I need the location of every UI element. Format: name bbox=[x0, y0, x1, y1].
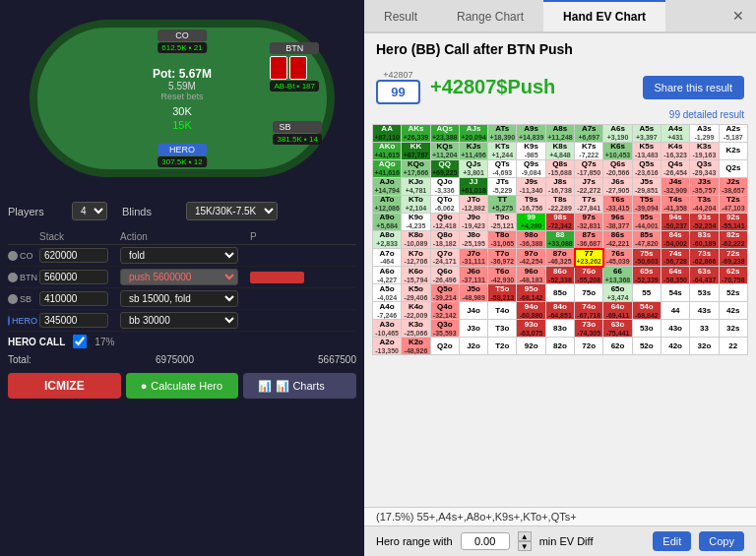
hand-cell[interactable]: 76o-55,208 bbox=[575, 267, 603, 284]
hand-cell[interactable]: 65o+3,474 bbox=[603, 284, 632, 302]
copy-button[interactable]: Copy bbox=[699, 531, 744, 551]
hand-cell[interactable]: 22 bbox=[719, 338, 747, 355]
icmize-button[interactable]: ICMIZE bbox=[8, 373, 121, 399]
hand-cell[interactable]: 62s-70,758 bbox=[719, 267, 747, 284]
hand-cell[interactable]: K9s-985 bbox=[517, 143, 545, 160]
hand-cell[interactable]: JTs-5,229 bbox=[488, 178, 517, 196]
hand-cell[interactable]: AQs+23,388 bbox=[430, 125, 459, 143]
hand-cell[interactable]: Q2s bbox=[719, 160, 747, 178]
hand-cell[interactable]: 74s-56,728 bbox=[661, 249, 689, 267]
hand-cell[interactable]: A4s+431 bbox=[661, 125, 689, 143]
hand-cell[interactable]: A9o+5,684 bbox=[373, 214, 402, 231]
hand-cell[interactable]: K3s-19,163 bbox=[690, 143, 719, 160]
hand-cell[interactable]: T8s-22,289 bbox=[545, 196, 574, 214]
hand-cell[interactable]: QJo-3,336 bbox=[430, 178, 459, 196]
hand-cell[interactable]: Q5s-23,616 bbox=[632, 160, 661, 178]
hand-cell[interactable]: 63s-64,437 bbox=[690, 267, 719, 284]
hand-cell[interactable]: 88+33,088 bbox=[545, 231, 574, 249]
hand-cell[interactable]: K3o-25,066 bbox=[402, 320, 430, 338]
hand-cell[interactable]: 63o-75,441 bbox=[603, 320, 632, 338]
hand-cell[interactable]: 96s-38,377 bbox=[603, 214, 632, 231]
hand-cell[interactable]: T7o-36,972 bbox=[488, 249, 517, 267]
hand-cell[interactable]: K8s+4,848 bbox=[545, 143, 574, 160]
hand-cell[interactable]: K5s-13,483 bbox=[632, 143, 661, 160]
hand-cell[interactable]: AJs+20,094 bbox=[459, 125, 487, 143]
hand-cell[interactable]: QJs+3,801 bbox=[459, 160, 487, 178]
hand-cell[interactable]: J8o-25,195 bbox=[459, 231, 487, 249]
hand-cell[interactable]: 75o bbox=[575, 284, 603, 302]
hand-cell[interactable]: T4s-41,358 bbox=[661, 196, 689, 214]
hand-cell[interactable]: 94o-60,880 bbox=[517, 302, 545, 320]
hand-cell[interactable]: 33 bbox=[690, 320, 719, 338]
hand-cell[interactable]: A9s+14,839 bbox=[517, 125, 545, 143]
hand-cell[interactable]: J7o-31,111 bbox=[459, 249, 487, 267]
hand-cell[interactable]: 92o bbox=[517, 338, 545, 355]
hand-cell[interactable]: 32o bbox=[690, 338, 719, 355]
hand-cell[interactable]: 53o bbox=[632, 320, 661, 338]
hand-cell[interactable]: Q5o-39,214 bbox=[430, 284, 459, 302]
hand-cell[interactable]: Q6o-26,496 bbox=[430, 267, 459, 284]
hand-cell[interactable]: Q8o-18,182 bbox=[430, 231, 459, 249]
sb-action-select[interactable]: sb 15000, fold bbox=[120, 290, 238, 307]
hand-cell[interactable]: T8o-31,065 bbox=[488, 231, 517, 249]
btn-stack-input[interactable] bbox=[39, 270, 108, 284]
hand-cell[interactable]: Q4o-32,142 bbox=[430, 302, 459, 320]
hand-cell[interactable]: 72o bbox=[575, 338, 603, 355]
hand-cell[interactable]: A7o-464 bbox=[373, 249, 402, 267]
hand-cell[interactable]: T5o-58,213 bbox=[488, 284, 517, 302]
hand-cell[interactable]: J2s-38,657 bbox=[719, 178, 747, 196]
hand-cell[interactable]: 85s-47,820 bbox=[632, 231, 661, 249]
hand-cell[interactable]: A3s-1,299 bbox=[690, 125, 719, 143]
hand-cell[interactable]: 42o bbox=[661, 338, 689, 355]
hand-cell[interactable]: T9s-16,756 bbox=[517, 196, 545, 214]
hand-cell[interactable]: Q7s-17,850 bbox=[575, 160, 603, 178]
hand-cell[interactable]: KJs+11,496 bbox=[459, 143, 487, 160]
hand-cell[interactable]: Q9s-9,084 bbox=[517, 160, 545, 178]
hand-cell[interactable]: K7o-12,706 bbox=[402, 249, 430, 267]
hand-cell[interactable]: 97o-42,254 bbox=[517, 249, 545, 267]
hand-cell[interactable]: 43o bbox=[661, 320, 689, 338]
hand-cell[interactable]: 95o-68,142 bbox=[517, 284, 545, 302]
hand-cell[interactable]: KQo+17,666 bbox=[402, 160, 430, 178]
hand-cell[interactable]: K4s-16,323 bbox=[661, 143, 689, 160]
hand-cell[interactable]: J4o bbox=[459, 302, 487, 320]
tab-close-button[interactable]: ✕ bbox=[721, 0, 756, 31]
hand-cell[interactable]: AA+87,110 bbox=[373, 125, 402, 143]
hand-cell[interactable]: T5s-39,094 bbox=[632, 196, 661, 214]
hand-cell[interactable]: J3s-35,757 bbox=[690, 178, 719, 196]
hand-cell[interactable]: J7s-22,272 bbox=[575, 178, 603, 196]
hand-cell[interactable]: 77+23,262 bbox=[575, 249, 603, 267]
hand-cell[interactable]: K2o-48,926 bbox=[402, 338, 430, 355]
hand-cell[interactable]: AQo+41,616 bbox=[373, 160, 402, 178]
hand-cell[interactable]: K4o-22,009 bbox=[402, 302, 430, 320]
hand-cell[interactable]: 55 bbox=[632, 284, 661, 302]
hand-cell[interactable]: Q3s-29,343 bbox=[690, 160, 719, 178]
blinds-select[interactable]: 15K/30K-7.5K bbox=[186, 202, 278, 220]
hand-cell[interactable]: A2o-13,350 bbox=[373, 338, 402, 355]
hand-cell[interactable]: 83o bbox=[545, 320, 574, 338]
hand-cell[interactable]: A2s-5,187 bbox=[719, 125, 747, 143]
hand-cell[interactable]: Q7o-24,171 bbox=[430, 249, 459, 267]
hand-cell[interactable]: 54o-68,842 bbox=[632, 302, 661, 320]
hand-cell[interactable]: A8s+11,248 bbox=[545, 125, 574, 143]
hand-cell[interactable]: 99+4,280 bbox=[517, 214, 545, 231]
hand-cell[interactable]: Q9o-12,418 bbox=[430, 214, 459, 231]
hand-cell[interactable]: J9s-11,340 bbox=[517, 178, 545, 196]
hand-cell[interactable]: J8s-16,738 bbox=[545, 178, 574, 196]
hand-cell[interactable]: 86o-52,338 bbox=[545, 267, 574, 284]
hand-cell[interactable]: 32s bbox=[719, 320, 747, 338]
hand-cell[interactable]: 92s-55,141 bbox=[719, 214, 747, 231]
hand-cell[interactable]: 62o bbox=[603, 338, 632, 355]
hand-cell[interactable]: TT+5,275 bbox=[488, 196, 517, 214]
hand-cell[interactable]: T3s-44,204 bbox=[690, 196, 719, 214]
hand-cell[interactable]: 86s-42,221 bbox=[603, 231, 632, 249]
hand-cell[interactable]: T9o-25,121 bbox=[488, 214, 517, 231]
hand-cell[interactable]: KK+87,767 bbox=[402, 143, 430, 160]
hand-cell[interactable]: 98o-36,388 bbox=[517, 231, 545, 249]
hand-cell[interactable]: Q6s-20,566 bbox=[603, 160, 632, 178]
hand-cell[interactable]: Q8s-15,688 bbox=[545, 160, 574, 178]
hand-cell[interactable]: 73s-62,866 bbox=[690, 249, 719, 267]
hand-cell[interactable]: 85o bbox=[545, 284, 574, 302]
btn-action-select[interactable]: push 5600000 bbox=[120, 269, 238, 285]
hand-cell[interactable]: KQs+11,204 bbox=[430, 143, 459, 160]
